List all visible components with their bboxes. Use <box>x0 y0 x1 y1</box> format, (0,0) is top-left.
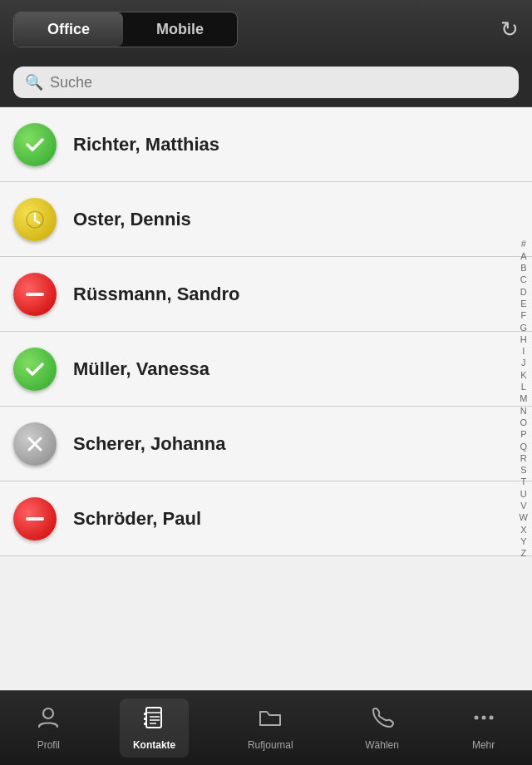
alpha-letter[interactable]: Y <box>517 536 530 547</box>
alpha-letter[interactable]: D <box>517 286 530 298</box>
contact-name: Rüssmann, Sandro <box>73 284 239 305</box>
folder-icon <box>258 705 283 736</box>
alpha-letter[interactable]: H <box>517 333 530 345</box>
alpha-letter[interactable]: K <box>517 369 530 381</box>
alpha-letter[interactable]: C <box>517 274 530 285</box>
svg-rect-13 <box>144 713 147 715</box>
contacts-icon <box>142 705 167 736</box>
tab-office-button[interactable]: Office <box>14 12 123 47</box>
alpha-letter[interactable]: Q <box>517 441 530 452</box>
tab-bar-label-rufjournal: Rufjournal <box>248 739 293 751</box>
contact-item[interactable]: Müller, Vanessa <box>0 332 532 407</box>
search-bar: 🔍 <box>0 58 532 107</box>
contact-list: Richter, Matthias Oster, Dennis Rüssmann… <box>0 107 532 556</box>
alpha-letter[interactable]: E <box>517 298 530 309</box>
alpha-letter[interactable]: I <box>517 345 530 357</box>
alpha-letter[interactable]: # <box>517 238 530 249</box>
alpha-letter[interactable]: A <box>517 250 530 262</box>
contact-name: Müller, Vanessa <box>73 358 209 380</box>
alpha-index: #ABCDEFGHIJKLMNOPQRSTUVWXYZ <box>517 107 530 690</box>
tab-bar-label-kontakte: Kontakte <box>133 739 175 751</box>
svg-point-16 <box>474 716 478 720</box>
alpha-letter[interactable]: V <box>517 500 530 511</box>
contact-item[interactable]: Scherer, Johanna <box>0 407 532 481</box>
alpha-letter[interactable]: G <box>517 322 530 333</box>
alpha-letter[interactable]: N <box>517 405 530 417</box>
tab-mobile-button[interactable]: Mobile <box>123 12 237 47</box>
tab-bar-item-kontakte[interactable]: Kontakte <box>120 698 189 758</box>
tab-bar-label-mehr: Mehr <box>472 739 495 751</box>
svg-point-7 <box>43 708 53 718</box>
status-icon <box>13 198 57 241</box>
tab-switcher: Office Mobile <box>13 12 238 47</box>
tab-bar-item-mehr[interactable]: Mehr <box>458 698 510 758</box>
contact-name: Schröder, Paul <box>73 508 201 530</box>
contact-item[interactable]: Schröder, Paul <box>0 481 532 556</box>
contact-name: Oster, Dennis <box>73 209 191 230</box>
svg-point-17 <box>481 716 485 720</box>
phone-icon <box>370 705 395 736</box>
alpha-letter[interactable]: Z <box>517 547 530 559</box>
svg-rect-15 <box>144 723 147 725</box>
alpha-letter[interactable]: R <box>517 452 530 464</box>
alpha-letter[interactable]: P <box>517 428 530 440</box>
tab-bar-item-rufjournal[interactable]: Rufjournal <box>234 698 307 758</box>
contact-item[interactable]: Richter, Matthias <box>0 107 532 182</box>
svg-rect-6 <box>26 517 44 521</box>
svg-point-18 <box>489 716 493 720</box>
main-content: 🔍 Richter, Matthias Oster, Dennis Rüssma… <box>0 58 532 690</box>
tab-bar-label-waehlen: Wählen <box>365 739 399 751</box>
person-icon <box>36 705 61 736</box>
alpha-letter[interactable]: O <box>517 417 530 428</box>
contact-list-container: Richter, Matthias Oster, Dennis Rüssmann… <box>0 107 532 690</box>
tab-bar-label-profil: Profil <box>37 739 60 751</box>
search-input[interactable] <box>50 74 507 91</box>
svg-rect-3 <box>26 293 44 296</box>
status-icon <box>13 123 57 166</box>
alpha-letter[interactable]: B <box>517 262 530 274</box>
alpha-letter[interactable]: S <box>517 464 530 476</box>
alpha-letter[interactable]: J <box>517 357 530 368</box>
status-icon <box>13 497 57 540</box>
status-icon <box>13 273 57 316</box>
alpha-letter[interactable]: T <box>517 476 530 487</box>
status-icon <box>13 422 57 466</box>
svg-rect-14 <box>144 718 147 720</box>
alpha-letter[interactable]: L <box>517 381 530 392</box>
more-icon <box>471 705 496 736</box>
svg-rect-8 <box>146 708 161 728</box>
alpha-letter[interactable]: W <box>517 511 530 523</box>
alpha-letter[interactable]: M <box>517 392 530 404</box>
contact-item[interactable]: Rüssmann, Sandro <box>0 257 532 332</box>
search-icon: 🔍 <box>25 73 43 91</box>
contact-item[interactable]: Oster, Dennis <box>0 182 532 257</box>
header: Office Mobile ↻ <box>0 0 532 58</box>
search-wrapper: 🔍 <box>13 67 519 98</box>
refresh-button[interactable]: ↻ <box>500 17 519 42</box>
status-icon <box>13 348 57 391</box>
alpha-letter[interactable]: X <box>517 524 530 536</box>
contact-name: Richter, Matthias <box>73 134 219 155</box>
tab-bar-item-profil[interactable]: Profil <box>22 698 74 758</box>
alpha-letter[interactable]: U <box>517 488 530 500</box>
svg-line-2 <box>35 220 39 223</box>
contact-name: Scherer, Johanna <box>73 433 225 455</box>
tab-bar: Profil Kontakte Rufjournal Wählen Mehr <box>0 690 532 765</box>
tab-bar-item-waehlen[interactable]: Wählen <box>352 698 412 758</box>
alpha-letter[interactable]: F <box>517 309 530 321</box>
